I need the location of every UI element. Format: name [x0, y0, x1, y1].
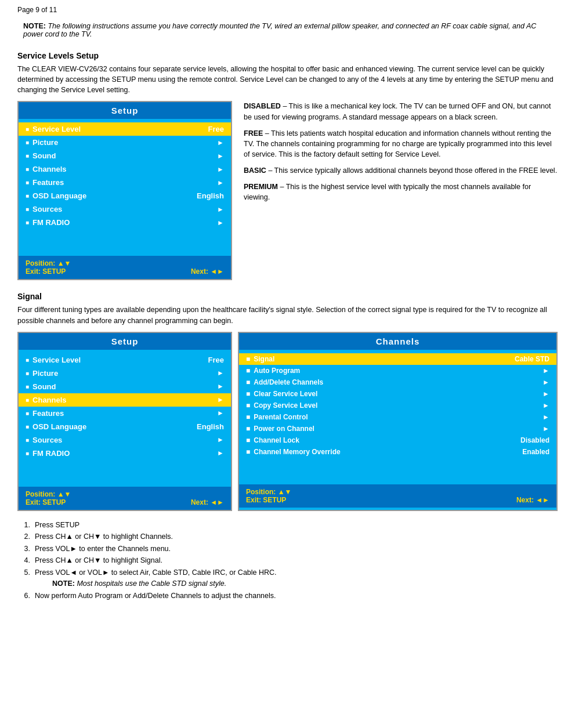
menu-item-picture: ■Picture ► — [19, 136, 231, 149]
step-4: 4. Press CH▲ or CH▼ to highlight Signal. — [17, 556, 558, 566]
menu-item-osd: ■OSD Language English — [19, 189, 231, 202]
service-levels-section: Setup ■ Service Level Free ■Picture ► ■S… — [17, 101, 558, 280]
free-text: – This lets patients watch hospital educ… — [244, 129, 552, 158]
dual-screens: Setup ■Service Level Free ■Picture ► ■So… — [17, 332, 558, 511]
s2-features: ■Features ► — [19, 407, 231, 420]
step-1: 1. Press SETUP — [17, 520, 558, 531]
s2-footer-exit: Exit: SETUP — [26, 498, 66, 506]
signal-heading: Signal — [17, 292, 558, 301]
basic-text: – This service typically allows addition… — [268, 166, 557, 175]
ch-memory-override: ■Channel Memory Override Enabled — [239, 446, 556, 458]
menu-item-features: ■Features ► — [19, 176, 231, 189]
service-levels-body: The CLEAR VIEW-CV26/32 contains four sep… — [17, 64, 558, 95]
footer-next: Next: ◄► — [191, 267, 224, 276]
setup-screen-header: Setup — [19, 102, 231, 119]
footer-position: Position: ▲▼ — [26, 259, 224, 267]
s2-channels: ■Channels ► — [19, 393, 231, 407]
s2-fm: ■FM RADIO ► — [19, 447, 231, 460]
signal-setup-screen: Setup ■Service Level Free ■Picture ► ■So… — [17, 332, 232, 511]
step-5-note: NOTE: Most hospitals use the Cable STD s… — [35, 579, 277, 589]
basic-desc: BASIC – This service typically allows ad… — [244, 165, 558, 176]
ch-signal: ■Signal Cable STD — [239, 353, 556, 365]
step-5: 5. Press VOL◄ or VOL► to select Air, Cab… — [17, 568, 558, 589]
ch-parental: ■Parental Control ► — [239, 411, 556, 423]
menu-item-fm: ■FM RADIO ► — [19, 216, 231, 229]
disabled-text: – This is like a mechanical key lock. Th… — [244, 102, 551, 121]
s2-footer-pos: Position: ▲▼ — [26, 490, 224, 498]
channels-header: Channels — [239, 333, 556, 350]
ch-copy-service: ■Copy Service Level ► — [239, 400, 556, 411]
s2-osd: ■OSD Language English — [19, 420, 231, 433]
channels-screen: Channels ■Signal Cable STD ■Auto Program… — [238, 332, 558, 511]
s2-sound: ■Sound ► — [19, 380, 231, 393]
setup-screen-footer: Position: ▲▼ Exit: SETUP Next: ◄► — [19, 256, 231, 279]
disabled-desc: DISABLED – This is like a mechanical key… — [244, 101, 558, 122]
ch-add-delete: ■Add/Delete Channels ► — [239, 376, 556, 388]
ch-footer-nav: Exit: SETUP Next: ◄► — [246, 496, 549, 504]
note-body: The following instructions assume you ha… — [23, 22, 536, 38]
signal-setup-menu: ■Service Level Free ■Picture ► ■Sound ► … — [19, 350, 231, 463]
ch-channel-lock: ■Channel Lock Disabled — [239, 434, 556, 446]
step-2: 2. Press CH▲ or CH▼ to highlight Channel… — [17, 532, 558, 542]
setup-menu: ■ Service Level Free ■Picture ► ■Sound ►… — [19, 119, 231, 233]
menu-item-channels: ■Channels ► — [19, 162, 231, 176]
ch-footer-pos: Position: ▲▼ — [246, 488, 549, 496]
s2-picture: ■Picture ► — [19, 367, 231, 380]
note-label: NOTE: — [23, 22, 46, 30]
note-text: NOTE: The following instructions assume … — [23, 22, 552, 38]
page-number: Page 9 of 11 — [17, 6, 558, 14]
service-levels-heading: Service Levels Setup — [17, 51, 558, 60]
ch-auto-program: ■Auto Program ► — [239, 365, 556, 376]
ch-footer-next: Next: ◄► — [516, 496, 549, 504]
signal-setup-header: Setup — [19, 333, 231, 350]
s2-service-level: ■Service Level Free — [19, 353, 231, 367]
signal-setup-footer: Position: ▲▼ Exit: SETUP Next: ◄► — [19, 487, 231, 510]
footer-nav: Exit: SETUP Next: ◄► — [26, 267, 224, 276]
menu-item-service-level: ■ Service Level Free — [19, 122, 231, 136]
channels-menu: ■Signal Cable STD ■Auto Program ► ■Add/D… — [239, 350, 556, 461]
signal-body: Four different tuning types are availabl… — [17, 305, 558, 325]
s2-sources: ■Sources ► — [19, 433, 231, 447]
signal-section: Signal Four different tuning types are a… — [17, 292, 558, 601]
menu-item-sound: ■Sound ► — [19, 149, 231, 162]
step-3: 3. Press VOL► to enter the Channels menu… — [17, 544, 558, 555]
step-6: 6. Now perform Auto Program or Add/Delet… — [17, 591, 558, 602]
free-label: FREE — [244, 129, 263, 137]
ch-clear-service: ■Clear Service Level ► — [239, 388, 556, 400]
basic-label: BASIC — [244, 166, 266, 175]
footer-exit: Exit: SETUP — [26, 267, 66, 276]
s2-footer-nav: Exit: SETUP Next: ◄► — [26, 498, 224, 506]
channels-footer: Position: ▲▼ Exit: SETUP Next: ◄► — [239, 484, 556, 508]
setup-screen: Setup ■ Service Level Free ■Picture ► ■S… — [17, 101, 232, 280]
service-levels-desc: DISABLED – This is like a mechanical key… — [244, 101, 558, 280]
note-box: NOTE: The following instructions assume … — [17, 19, 558, 42]
ch-footer-exit: Exit: SETUP — [246, 496, 286, 504]
premium-desc: PREMIUM – This is the highest service le… — [244, 182, 558, 202]
premium-text: – This is the highest service level with… — [244, 183, 531, 201]
signal-steps: 1. Press SETUP 2. Press CH▲ or CH▼ to hi… — [17, 520, 558, 602]
disabled-label: DISABLED — [244, 102, 281, 110]
free-desc: FREE – This lets patients watch hospital… — [244, 128, 558, 160]
ch-power-on: ■Power on Channel ► — [239, 423, 556, 434]
menu-item-sources: ■Sources ► — [19, 202, 231, 216]
s2-footer-next: Next: ◄► — [191, 498, 224, 506]
premium-label: PREMIUM — [244, 183, 278, 191]
